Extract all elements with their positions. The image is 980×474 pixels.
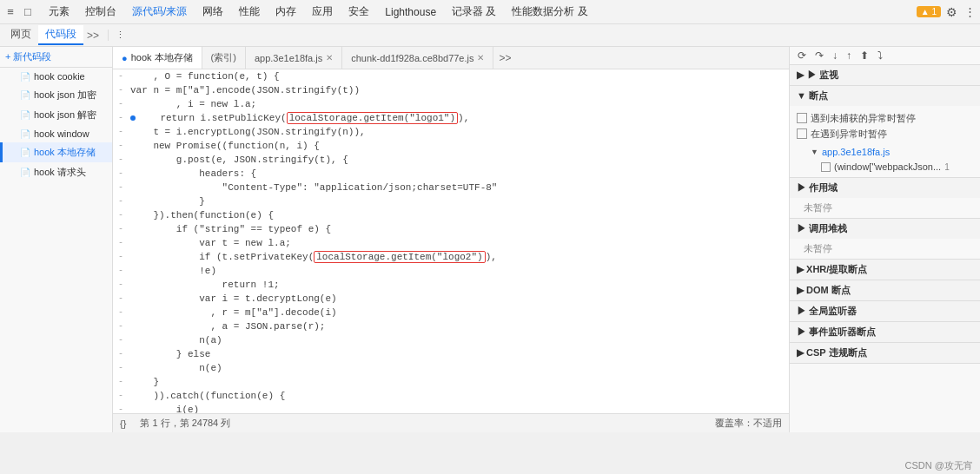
sidebar-item-hook-header[interactable]: 📄 hook 请求头 <box>0 162 112 182</box>
xhr-label: ▶ XHR/提取断点 <box>797 263 867 276</box>
line-number: - <box>116 264 123 278</box>
step-out-icon[interactable]: ↑ <box>844 49 854 63</box>
resume-icon[interactable]: ⟳ <box>795 49 809 63</box>
code-line: -var n = m["a"].encode(JSON.stringify(t)… <box>113 83 789 97</box>
code-line: - }).then(function(e) { <box>113 208 789 222</box>
sidebar-item-label-cookie: hook cookie <box>34 71 85 82</box>
line-number: - <box>116 83 123 97</box>
deactivate-icon[interactable]: ⤵ <box>875 49 885 63</box>
line-content: , a = JSON.parse(r); <box>130 319 785 333</box>
menu-source[interactable]: 源代码/来源 <box>125 3 194 21</box>
bp-file-app[interactable]: ▼ app.3e1e18fa.js <box>797 144 973 160</box>
sidebar-item-hook-storage[interactable]: 📄 hook 本地存储 <box>0 142 112 162</box>
breakpoint-uncaught[interactable]: 遇到未捕获的异常时暂停 <box>797 112 973 125</box>
section-csp-header[interactable]: ▶ CSP 违规断点 <box>790 343 980 363</box>
line-number: - <box>116 111 123 125</box>
code-line: - "Content-Type": "application/json;char… <box>113 181 789 194</box>
line-content: if (t.setPrivateKey(localStorage.getItem… <box>130 250 785 264</box>
section-global: ▶ 全局监听器 <box>790 301 980 322</box>
code-line: - } <box>113 375 789 389</box>
right-top-bar: ⟳ ↷ ↓ ↑ ⬆ ⤵ <box>790 47 980 65</box>
section-scope-header[interactable]: ▶ 作用域 <box>790 178 980 198</box>
section-event-header[interactable]: ▶ 事件监听器断点 <box>790 322 980 342</box>
bp-file-name: app.3e1e18fa.js <box>822 147 890 157</box>
sidebar-more-icon[interactable]: ⋮ <box>116 30 125 41</box>
menu-element[interactable]: 元素 <box>42 3 76 21</box>
line-content: new Promise((function(n, i) { <box>130 139 785 153</box>
more-icon[interactable]: ⋮ <box>963 5 977 19</box>
warning-badge[interactable]: ▲ 1 <box>917 6 941 17</box>
square-icon[interactable]: □ <box>21 5 35 19</box>
menu-app[interactable]: 应用 <box>305 3 340 21</box>
code-tab-app[interactable]: app.3e1e18fa.js ✕ <box>246 47 342 69</box>
breakpoint-marker <box>130 115 136 121</box>
add-snippet-button[interactable]: + 新代码段 <box>5 50 51 63</box>
callstack-status: 未暂停 <box>790 239 980 259</box>
scope-status: 未暂停 <box>790 198 980 218</box>
tab-more-1[interactable]: >> <box>83 30 103 42</box>
line-content: if ("string" == typeof e) { <box>130 222 785 236</box>
code-tab-more[interactable]: >> <box>493 52 516 64</box>
breakpoints-label: ▼ 断点 <box>797 89 828 102</box>
menu-network[interactable]: 网络 <box>195 3 230 21</box>
section-callstack-header[interactable]: ▶ 调用堆栈 <box>790 219 980 239</box>
menu-console[interactable]: 控制台 <box>78 3 123 21</box>
sidebar-item-hook-cookie[interactable]: 📄 hook cookie <box>0 68 112 85</box>
section-global-header[interactable]: ▶ 全局监听器 <box>790 301 980 321</box>
code-tab-chunk[interactable]: chunk-dd1f928a.ce8bd77e.js ✕ <box>342 47 493 69</box>
file-icon-header: 📄 <box>20 168 30 177</box>
tab-webpage[interactable]: 网页 <box>3 25 38 45</box>
highlight-logo2: localStorage.getItem("logo2") <box>314 251 485 263</box>
close-tab-app[interactable]: ✕ <box>326 53 333 63</box>
section-xhr-header[interactable]: ▶ XHR/提取断点 <box>790 260 980 280</box>
step-into-icon[interactable]: ↓ <box>830 49 840 63</box>
sidebar-item-hook-json-enc[interactable]: 📄 hook json 加密 <box>0 85 112 105</box>
breakpoint-caught[interactable]: 在遇到异常时暂停 <box>797 128 973 141</box>
gear-icon[interactable]: ⚙ <box>946 5 957 19</box>
line-number: - <box>116 125 123 139</box>
section-watch-header[interactable]: ▶ ▶ 监视 <box>790 65 980 85</box>
bp-checkbox-1[interactable] <box>821 162 831 172</box>
checkbox-caught[interactable] <box>797 128 807 139</box>
section-dom-header[interactable]: ▶ DOM 断点 <box>790 280 980 300</box>
line-number: - <box>116 139 123 153</box>
close-tab-chunk[interactable]: ✕ <box>477 53 484 63</box>
code-line: - n(e) <box>113 361 789 375</box>
code-line: - headers: { <box>113 167 789 181</box>
line-content: return !1; <box>130 278 785 292</box>
line-content: n(e) <box>130 361 785 375</box>
code-editor[interactable]: - , O = function(e, t) {-var n = m["a"].… <box>113 69 789 413</box>
step-icon[interactable]: ⬆ <box>858 49 871 63</box>
line-content: )).catch((function(e) { <box>130 389 785 403</box>
file-icon-json-enc: 📄 <box>20 90 30 100</box>
code-area: ● hook 本地存储 (索引) app.3e1e18fa.js ✕ chunk… <box>113 47 789 432</box>
code-line: - if ("string" == typeof e) { <box>113 222 789 236</box>
tab-codesnippet[interactable]: 代码段 <box>38 25 83 45</box>
bp-sub-item-1[interactable]: (window["webpackJson... 1 <box>797 160 973 174</box>
sidebar-item-label-window: hook window <box>34 128 89 139</box>
code-tab-hook-storage[interactable]: ● hook 本地存储 <box>113 47 202 69</box>
menu-perf-insight[interactable]: 性能数据分析 及 <box>505 3 594 21</box>
global-label: ▶ 全局监听器 <box>797 305 857 318</box>
section-event: ▶ 事件监听器断点 <box>790 322 980 343</box>
menu-right: ▲ 1 ⚙ ⋮ <box>917 5 977 19</box>
section-breakpoints-header[interactable]: ▼ 断点 <box>790 86 980 106</box>
step-over-icon[interactable]: ↷ <box>812 49 826 63</box>
menu-recorder[interactable]: 记录器 及 <box>445 3 503 21</box>
menu-security[interactable]: 安全 <box>341 3 376 21</box>
sidebar-item-hook-json-dec[interactable]: 📄 hook json 解密 <box>0 105 112 125</box>
line-number: - <box>116 69 123 83</box>
menu-memory[interactable]: 内存 <box>268 3 303 21</box>
code-tab-index[interactable]: (索引) <box>202 47 246 69</box>
code-line: - if (t.setPrivateKey(localStorage.getIt… <box>113 250 789 264</box>
menu-performance[interactable]: 性能 <box>232 3 267 21</box>
hamburger-icon[interactable]: ≡ <box>3 5 17 19</box>
checkbox-uncaught[interactable] <box>797 113 807 123</box>
line-number: - <box>116 278 123 292</box>
braces-icon[interactable]: {} <box>120 418 126 429</box>
line-number: - <box>116 292 123 306</box>
sidebar-item-hook-window[interactable]: 📄 hook window <box>0 125 112 142</box>
line-content: var n = m["a"].encode(JSON.stringify(t)) <box>130 83 785 97</box>
menu-lighthouse[interactable]: Lighthouse <box>378 4 443 20</box>
active-tab-dot: ● <box>122 53 128 63</box>
